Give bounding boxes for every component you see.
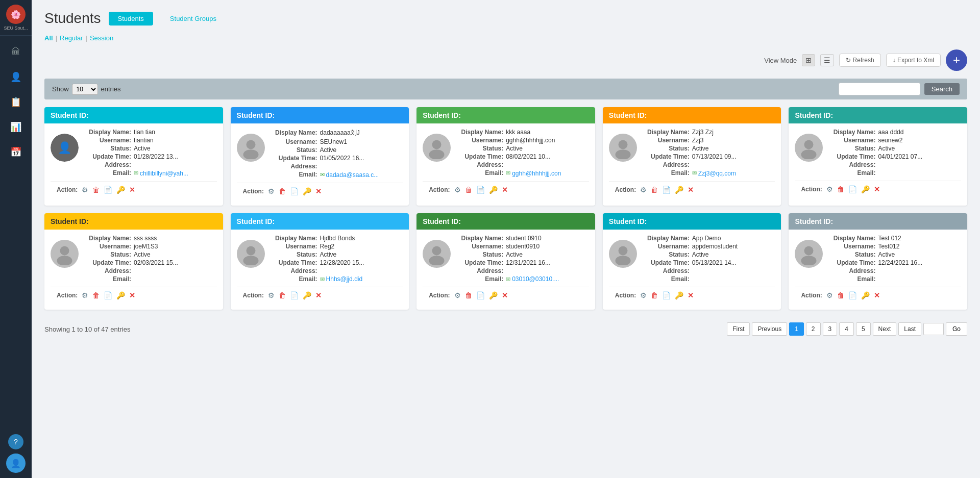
page-4-button[interactable]: 4	[839, 322, 854, 336]
first-page-button[interactable]: First	[727, 322, 750, 336]
list-view-button[interactable]: ☰	[820, 54, 834, 66]
file-icon[interactable]: 📄	[290, 291, 299, 299]
sidebar-nav: 🏛 👤 📋 📊 📅	[0, 36, 32, 434]
settings-icon[interactable]: ⚙	[82, 291, 88, 299]
settings-icon[interactable]: ⚙	[268, 187, 275, 195]
page-5-button[interactable]: 5	[856, 322, 871, 336]
close-icon[interactable]: ✕	[502, 186, 508, 194]
key-icon[interactable]: 🔑	[303, 187, 311, 195]
settings-icon[interactable]: ⚙	[826, 291, 833, 299]
sidebar-item-tasks[interactable]: 📋	[5, 91, 27, 113]
delete-icon[interactable]: 🗑	[465, 291, 472, 299]
close-icon[interactable]: ✕	[874, 291, 880, 299]
delete-icon[interactable]: 🗑	[837, 185, 844, 193]
key-icon[interactable]: 🔑	[116, 291, 125, 299]
delete-icon[interactable]: 🗑	[279, 187, 286, 195]
next-page-button[interactable]: Next	[873, 322, 897, 336]
delete-icon[interactable]: 🗑	[651, 291, 658, 299]
card-header: Student ID:	[231, 213, 409, 230]
card-fields: Display Name: aaa dddd Username: seunew2…	[827, 129, 961, 178]
address-field: Address:	[83, 161, 217, 168]
delete-icon[interactable]: 🗑	[837, 291, 844, 299]
close-icon[interactable]: ✕	[688, 186, 694, 194]
settings-icon[interactable]: ⚙	[454, 186, 461, 194]
filter-session[interactable]: Session	[90, 34, 113, 42]
grid-view-button[interactable]: ⊞	[802, 54, 815, 66]
sidebar-item-calendar[interactable]: 📅	[5, 141, 27, 163]
page-1-button[interactable]: 1	[789, 322, 804, 336]
file-icon[interactable]: 📄	[662, 291, 671, 299]
file-icon[interactable]: 📄	[290, 187, 299, 195]
key-icon[interactable]: 🔑	[116, 186, 125, 194]
username-field: Username: appdemostudent	[641, 243, 775, 250]
search-input[interactable]	[839, 83, 920, 95]
goto-input[interactable]	[923, 323, 944, 335]
search-button[interactable]: Search	[924, 83, 960, 95]
card-header: Student ID:	[231, 107, 409, 123]
student-avatar	[423, 134, 451, 162]
username-field: Username: Reg2	[269, 243, 403, 250]
key-icon[interactable]: 🔑	[675, 291, 683, 299]
svg-point-3	[429, 149, 445, 159]
close-icon[interactable]: ✕	[129, 291, 135, 299]
close-icon[interactable]: ✕	[315, 187, 322, 195]
card-fields: Display Name: App Demo Username: appdemo…	[641, 235, 775, 284]
previous-page-button[interactable]: Previous	[752, 322, 787, 336]
file-icon[interactable]: 📄	[848, 291, 857, 299]
sidebar-user-avatar[interactable]: 👤	[6, 454, 26, 473]
delete-icon[interactable]: 🗑	[92, 291, 100, 299]
goto-button[interactable]: Go	[946, 322, 967, 336]
close-icon[interactable]: ✕	[502, 291, 508, 299]
delete-icon[interactable]: 🗑	[279, 291, 286, 299]
delete-icon[interactable]: 🗑	[92, 186, 100, 194]
key-icon[interactable]: 🔑	[861, 291, 870, 299]
email-field: Email: ✉ Zzj3@qq.com	[641, 169, 775, 177]
students-tab[interactable]: Students	[109, 12, 153, 26]
sidebar-item-users[interactable]: 👤	[5, 66, 27, 88]
add-student-button[interactable]: +	[946, 49, 967, 71]
settings-icon[interactable]: ⚙	[82, 186, 88, 194]
refresh-button[interactable]: ↻ Refresh	[839, 54, 880, 67]
help-button[interactable]: ?	[8, 434, 23, 449]
key-icon[interactable]: 🔑	[861, 185, 870, 193]
sidebar-item-dashboard[interactable]: 🏛	[5, 41, 27, 63]
export-button[interactable]: ↓ Export to Xml	[886, 54, 941, 67]
settings-icon[interactable]: ⚙	[268, 291, 275, 299]
sidebar-item-analytics[interactable]: 📊	[5, 116, 27, 138]
file-icon[interactable]: 📄	[476, 291, 485, 299]
entries-select[interactable]: 10 25 50 100	[72, 84, 98, 95]
card-header: Student ID:	[416, 213, 595, 230]
settings-icon[interactable]: ⚙	[454, 291, 461, 299]
update-time-field: Update Time: 02/03/2021 15...	[83, 259, 217, 266]
key-icon[interactable]: 🔑	[303, 291, 311, 299]
key-icon[interactable]: 🔑	[489, 186, 498, 194]
page-2-button[interactable]: 2	[806, 322, 821, 336]
file-icon[interactable]: 📄	[476, 186, 485, 194]
email-field: Email: ✉ Hhhs@jjd.did	[269, 275, 403, 283]
view-mode-label: View Mode	[764, 57, 797, 64]
settings-icon[interactable]: ⚙	[826, 185, 833, 193]
close-icon[interactable]: ✕	[315, 291, 322, 299]
file-icon[interactable]: 📄	[848, 185, 857, 193]
file-icon[interactable]: 📄	[104, 186, 112, 194]
file-icon[interactable]: 📄	[104, 291, 112, 299]
close-icon[interactable]: ✕	[129, 186, 135, 194]
student-card: Student ID: 👤 Display Name: tian tian Us…	[44, 107, 223, 206]
page-3-button[interactable]: 3	[823, 322, 838, 336]
filter-all[interactable]: All	[44, 34, 53, 42]
delete-icon[interactable]: 🗑	[465, 186, 472, 194]
status-field: Status: Active	[827, 145, 961, 152]
key-icon[interactable]: 🔑	[489, 291, 498, 299]
file-icon[interactable]: 📄	[662, 186, 671, 194]
settings-icon[interactable]: ⚙	[640, 186, 647, 194]
student-groups-tab[interactable]: Student Groups	[161, 12, 226, 26]
settings-icon[interactable]: ⚙	[640, 291, 647, 299]
close-icon[interactable]: ✕	[874, 185, 880, 193]
filter-regular[interactable]: Regular	[60, 34, 83, 42]
card-info: Display Name: sss ssss Username: joeM1S3…	[51, 235, 217, 284]
key-icon[interactable]: 🔑	[675, 186, 683, 194]
last-page-button[interactable]: Last	[898, 322, 921, 336]
student-avatar	[795, 134, 823, 162]
delete-icon[interactable]: 🗑	[651, 186, 658, 194]
close-icon[interactable]: ✕	[688, 291, 694, 299]
